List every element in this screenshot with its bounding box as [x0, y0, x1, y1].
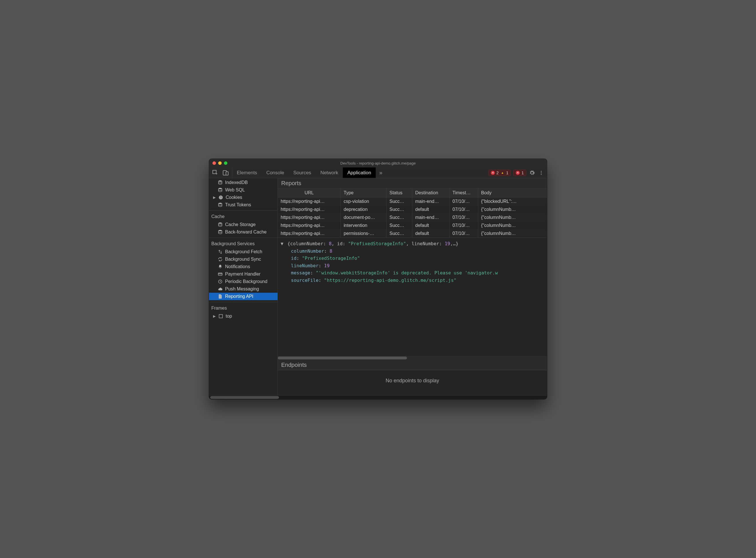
table-cell-type: permissions-…	[341, 229, 387, 237]
window-traffic-lights	[209, 161, 227, 165]
sidebar-item-background-sync[interactable]: Background Sync	[209, 256, 277, 263]
expand-caret-icon[interactable]: ▶	[213, 196, 216, 199]
svg-rect-16	[218, 274, 222, 274]
table-cell-type: intervention	[341, 222, 387, 229]
db-icon	[218, 187, 223, 193]
window-title: DevTools - reporting-api-demo.glitch.me/…	[209, 161, 547, 166]
bell-icon	[218, 264, 223, 269]
sidebar-item-label: Background Sync	[225, 257, 261, 262]
message-icon: ✕	[516, 171, 520, 175]
sidebar-item-notifications[interactable]: Notifications	[209, 263, 277, 271]
svg-point-2	[541, 171, 542, 172]
window-minimize-button[interactable]	[218, 161, 222, 165]
sidebar-item-payment-handler[interactable]: Payment Handler	[209, 271, 277, 278]
console-error-warning-badge[interactable]: ✕ 2 ▲ 1	[488, 170, 511, 176]
tab-console[interactable]: Console	[262, 168, 289, 178]
table-cell-status: Succ…	[387, 229, 412, 237]
sidebar-item-label: Cache Storage	[225, 222, 256, 227]
error-count: 2	[496, 171, 499, 175]
db-icon	[218, 180, 223, 185]
sidebar-group-background-services: Background Services	[209, 238, 277, 248]
error-icon: ✕	[491, 171, 495, 175]
inspect-element-icon[interactable]	[212, 170, 219, 176]
table-cell-type: csp-violation	[341, 198, 387, 205]
sidebar-item-back-forward-cache[interactable]: Back-forward Cache	[209, 228, 277, 236]
table-cell-url: https://reporting-api…	[278, 213, 341, 222]
sidebar-item-background-fetch[interactable]: Background Fetch	[209, 248, 277, 256]
expand-caret-icon[interactable]: ▼	[281, 240, 285, 248]
table-row[interactable]: https://reporting-api…interventionSucc…d…	[278, 222, 547, 229]
sidebar-item-push-messaging[interactable]: Push Messaging	[209, 285, 277, 293]
svg-point-8	[220, 197, 220, 197]
table-cell-destination: main-end…	[412, 213, 449, 222]
table-cell-status: Succ…	[387, 213, 412, 222]
reports-column-header[interactable]: Status	[387, 188, 412, 198]
devtools-tabbar: ElementsConsoleSourcesNetworkApplication…	[209, 168, 547, 178]
report-detail-console[interactable]: ▼ {columnNumber: 8, id: "PrefixedStorage…	[278, 238, 547, 356]
warning-icon: ▲	[500, 171, 504, 175]
table-cell-type: document-po…	[341, 213, 387, 222]
window-zoom-button[interactable]	[224, 161, 227, 165]
svg-point-13	[219, 223, 222, 224]
devtools-window: DevTools - reporting-api-demo.glitch.me/…	[209, 159, 547, 399]
sidebar-item-indexeddb[interactable]: IndexedDB	[209, 179, 277, 186]
sidebar-item-cache-storage[interactable]: Cache Storage	[209, 221, 277, 228]
reports-column-header[interactable]: Timest…	[449, 188, 478, 198]
application-main-panel: Reports URLTypeStatusDestinationTimest…B…	[278, 178, 547, 395]
table-row[interactable]: https://reporting-api…document-po…Succ…m…	[278, 213, 547, 222]
tab-network[interactable]: Network	[316, 168, 343, 178]
cookie-icon	[218, 195, 223, 200]
table-row[interactable]: https://reporting-api…permissions-…Succ……	[278, 229, 547, 237]
table-cell-timestamp: 07/10/…	[449, 213, 478, 222]
table-cell-destination: default	[412, 229, 449, 237]
db-icon	[218, 202, 223, 207]
svg-point-11	[220, 198, 220, 198]
device-toolbar-icon[interactable]	[222, 170, 229, 176]
svg-rect-1	[226, 172, 228, 175]
db-icon	[218, 229, 223, 235]
svg-rect-18	[219, 314, 222, 318]
sidebar-item-periodic-background[interactable]: Periodic Background	[209, 278, 277, 285]
reports-column-header[interactable]: Body	[478, 188, 547, 198]
console-messages-badge[interactable]: ✕ 1	[513, 170, 526, 176]
sidebar-item-label: Periodic Background	[225, 279, 267, 284]
sidebar-item-web-sql[interactable]: Web SQL	[209, 186, 277, 194]
table-cell-body: {"columnNumb…	[478, 229, 547, 237]
tab-sources[interactable]: Sources	[289, 168, 316, 178]
sidebar-item-label: Push Messaging	[225, 286, 259, 291]
expand-caret-icon[interactable]: ▶	[213, 314, 216, 318]
svg-point-9	[221, 196, 222, 197]
table-cell-status: Succ…	[387, 205, 412, 213]
sync-icon	[218, 257, 223, 262]
detail-horizontal-scrollbar[interactable]	[278, 356, 547, 360]
reports-column-header[interactable]: Type	[341, 188, 387, 198]
more-tabs-button[interactable]: »	[376, 168, 386, 178]
svg-point-5	[219, 181, 222, 182]
sidebar-item-reporting-api[interactable]: Reporting API	[209, 293, 277, 300]
sidebar-item-top[interactable]: ▶top	[209, 312, 277, 320]
doc-icon	[218, 294, 223, 299]
more-options-icon[interactable]	[538, 170, 545, 176]
table-row[interactable]: https://reporting-api…csp-violationSucc……	[278, 198, 547, 205]
sidebar-group-frames: Frames	[209, 303, 277, 312]
sidebar-group-cache: Cache	[209, 211, 277, 221]
clock-icon	[218, 279, 223, 284]
svg-point-7	[219, 196, 223, 199]
sidebar-item-label: IndexedDB	[225, 180, 248, 185]
sidebar-item-label: Payment Handler	[225, 272, 261, 277]
settings-gear-icon[interactable]	[529, 170, 536, 176]
sidebar-item-trust-tokens[interactable]: Trust Tokens	[209, 201, 277, 209]
tab-application[interactable]: Application	[343, 168, 376, 178]
sidebar-item-cookies[interactable]: ▶Cookies	[209, 194, 277, 201]
reports-column-header[interactable]: URL	[278, 188, 341, 198]
window-close-button[interactable]	[213, 161, 216, 165]
svg-point-6	[219, 188, 222, 189]
sidebar-item-label: Back-forward Cache	[225, 229, 267, 235]
table-row[interactable]: https://reporting-api…deprecationSucc…de…	[278, 205, 547, 213]
db-icon	[218, 222, 223, 227]
window-horizontal-scrollbar[interactable]	[209, 395, 547, 399]
tab-elements[interactable]: Elements	[232, 168, 262, 178]
sidebar-item-label: Web SQL	[225, 187, 245, 193]
svg-point-12	[219, 203, 222, 204]
reports-column-header[interactable]: Destination	[412, 188, 449, 198]
